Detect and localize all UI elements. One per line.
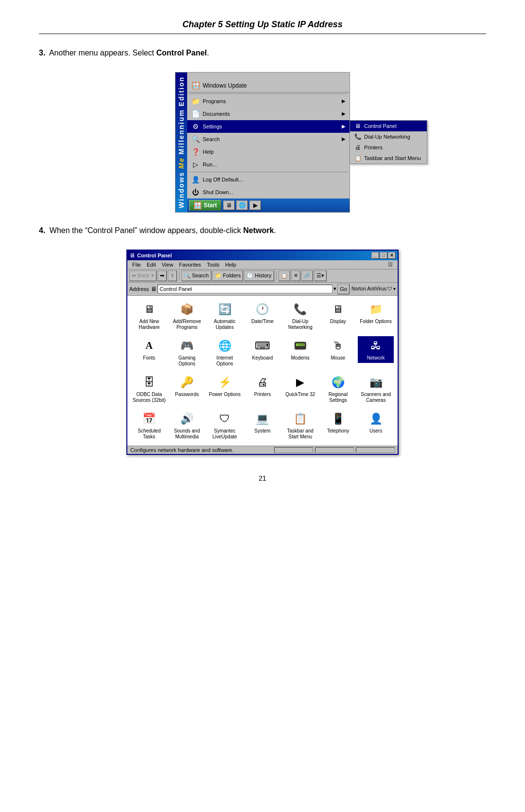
cp-item-system[interactable]: 💻 System: [245, 409, 280, 436]
menu-help[interactable]: Help: [222, 261, 239, 269]
cp-item-internet-options[interactable]: 🌐 Internet Options: [207, 336, 243, 369]
menu-extra: 🖼: [385, 261, 396, 269]
history-button[interactable]: 🕐 History: [244, 271, 274, 281]
cp-item-scanners[interactable]: 📷 Scanners and Cameras: [358, 373, 394, 405]
toolbar-icon-3[interactable]: 🔗: [301, 271, 313, 281]
quicktime-icon: ▶: [293, 375, 308, 390]
startmenu-item-documents[interactable]: 📄 Documents ▶: [187, 108, 350, 120]
address-go: ▾ Go: [333, 284, 350, 294]
cp-titlebar-buttons: _ □ ✕: [371, 252, 396, 259]
cp-item-passwords[interactable]: 🔑 Passwords: [169, 373, 205, 399]
menu-view[interactable]: View: [159, 261, 176, 269]
search-button[interactable]: 🔍 Search: [181, 271, 211, 281]
cp-statusbar-section-2: [315, 447, 354, 453]
cp-item-printers[interactable]: 🖨 Printers: [245, 373, 280, 399]
folder-options-icon: 📁: [368, 302, 384, 317]
printers-cp-icon: 🖨: [255, 375, 270, 390]
taskbar-item-1[interactable]: 🖥: [223, 200, 235, 210]
step-4-text: When the “Control Panel” window appears,…: [50, 226, 276, 235]
modems-icon: 📟: [293, 338, 308, 354]
cp-item-telephony[interactable]: 📱 Telephony: [320, 409, 356, 436]
cp-item-add-hardware[interactable]: 🖥 Add New Hardware: [131, 300, 167, 332]
cp-item-users[interactable]: 👤 Users: [358, 409, 394, 436]
minimize-button[interactable]: _: [371, 252, 379, 259]
go-button[interactable]: Go: [337, 284, 350, 294]
up-button[interactable]: ⬆: [168, 271, 177, 281]
control-panel-icon: 🖥: [354, 122, 362, 130]
passwords-icon: 🔑: [179, 375, 195, 390]
taskbar-item-2[interactable]: 🌐: [236, 200, 248, 210]
controlpanel-screenshot: 🖥 Control Panel _ □ ✕ File Edit View Fav…: [39, 250, 486, 455]
forward-button[interactable]: ➡: [158, 271, 167, 281]
toolbar-icon-1[interactable]: 📋: [279, 271, 290, 281]
run-icon: ▷: [191, 160, 200, 169]
startmenu-screenshot: Windows Me Millennium Edition 🪟 Windows …: [39, 72, 486, 213]
address-input[interactable]: Control Panel: [158, 285, 332, 293]
cp-titlebar-icon: 🖥: [129, 252, 135, 259]
cp-item-add-remove-programs[interactable]: 📦 Add/Remove Programs: [169, 300, 205, 332]
close-button[interactable]: ✕: [388, 252, 396, 259]
menu-tools[interactable]: Tools: [204, 261, 223, 269]
toolbar-separator-1: [179, 271, 179, 281]
cp-item-mouse[interactable]: 🖱 Mouse: [320, 336, 356, 363]
cp-item-fonts[interactable]: A Fonts: [131, 336, 167, 363]
startmenu-item-help[interactable]: ❓ Help: [187, 145, 350, 158]
norton-antivirus: Norton AntiVirus 🛡 ▾: [351, 286, 396, 291]
cp-item-network[interactable]: 🖧 Network: [358, 336, 394, 363]
toolbar-separator-2: [276, 271, 277, 281]
startmenu-settings-container: ⚙ Settings ▶ 🖥 Control Panel 📞 Dial-Up N…: [187, 120, 350, 133]
taskbar-item-3[interactable]: ▶: [249, 200, 261, 210]
cp-item-symantec[interactable]: 🛡 Symantec LiveUpdate: [207, 409, 243, 442]
startmenu-item-programs[interactable]: 📁 Programs ▶: [187, 95, 350, 108]
startmenu-item-settings[interactable]: ⚙ Settings ▶: [187, 120, 350, 133]
cp-item-automatic-updates[interactable]: 🔄 Automatic Updates: [207, 300, 243, 332]
address-icon: 🖥: [151, 286, 157, 292]
menu-file[interactable]: File: [129, 261, 144, 269]
cp-item-gaming[interactable]: 🎮 Gaming Options: [169, 336, 205, 369]
cp-item-display[interactable]: 🖥 Display: [320, 300, 356, 326]
scheduled-tasks-icon: 📅: [141, 411, 157, 427]
submenu-control-panel[interactable]: 🖥 Control Panel: [350, 121, 427, 131]
chapter-title: Chapter 5 Setting Up Static IP Address: [39, 19, 486, 34]
startmenu-window: Windows Me Millennium Edition 🪟 Windows …: [175, 72, 350, 213]
cp-item-datetime[interactable]: 🕐 Date/Time: [245, 300, 280, 326]
startmenu-windows-update[interactable]: 🪟 Windows Update: [187, 78, 350, 92]
cp-item-modems[interactable]: 📟 Modems: [282, 336, 318, 363]
internet-options-icon: 🌐: [217, 338, 232, 354]
cp-item-folder-options[interactable]: 📁 Folder Options: [358, 300, 394, 326]
cp-item-sounds[interactable]: 🔊 Sounds and Multimedia: [169, 409, 205, 442]
startmenu-item-run[interactable]: ▷ Run...: [187, 158, 350, 171]
submenu-taskbar[interactable]: 📋 Taskbar and Start Menu: [350, 153, 427, 163]
submenu-dialup-networking[interactable]: 📞 Dial-Up Networking: [350, 131, 427, 142]
cp-menubar: File Edit View Favorites Tools Help 🖼: [127, 260, 398, 270]
cp-item-regional[interactable]: 🌍 Regional Settings: [320, 373, 356, 405]
toolbar-view[interactable]: ☰▾: [314, 271, 327, 281]
folders-button[interactable]: 📁 Folders: [212, 271, 244, 281]
startmenu-sidebar: Windows Me Millennium Edition: [175, 72, 187, 212]
scanners-icon: 📷: [368, 375, 384, 390]
cp-item-scheduled-tasks[interactable]: 📅 Scheduled Tasks: [131, 409, 167, 442]
cp-item-odbc[interactable]: 🗄 ODBC Data Sources (32bit): [131, 373, 167, 405]
menu-favorites[interactable]: Favorites: [176, 261, 204, 269]
cp-item-power[interactable]: ⚡ Power Options: [207, 373, 243, 399]
mouse-icon: 🖱: [330, 338, 346, 354]
startmenu-item-logoff[interactable]: 👤 Log Off Default...: [187, 173, 350, 186]
maximize-button[interactable]: □: [380, 252, 387, 259]
startmenu-item-search[interactable]: 🔍 Search ▶: [187, 133, 350, 145]
toolbar-icon-2[interactable]: ✕: [291, 271, 300, 281]
menu-edit[interactable]: Edit: [144, 261, 159, 269]
start-button[interactable]: 🪟 Start: [189, 200, 221, 211]
cp-item-taskbar-startmenu[interactable]: 📋 Taskbar and Start Menu: [282, 409, 318, 442]
settings-icon: ⚙: [191, 122, 200, 131]
cp-item-dialup[interactable]: 📞 Dial-Up Networking: [282, 300, 318, 332]
start-button-label: Start: [204, 202, 217, 209]
back-button[interactable]: ⬅ Back ▾: [129, 271, 157, 281]
submenu-printers[interactable]: 🖨 Printers: [350, 142, 427, 153]
taskbar-items: 🖥 🌐 ▶: [223, 200, 261, 210]
power-icon: ⚡: [217, 375, 232, 390]
dialup-networking-icon: 📞: [293, 302, 308, 317]
cp-item-quicktime[interactable]: ▶ QuickTime 32: [282, 373, 318, 399]
cp-item-keyboard[interactable]: ⌨ Keyboard: [245, 336, 280, 363]
startmenu-item-shutdown[interactable]: ⏻ Shut Down...: [187, 186, 350, 198]
controlpanel-window: 🖥 Control Panel _ □ ✕ File Edit View Fav…: [126, 250, 399, 455]
